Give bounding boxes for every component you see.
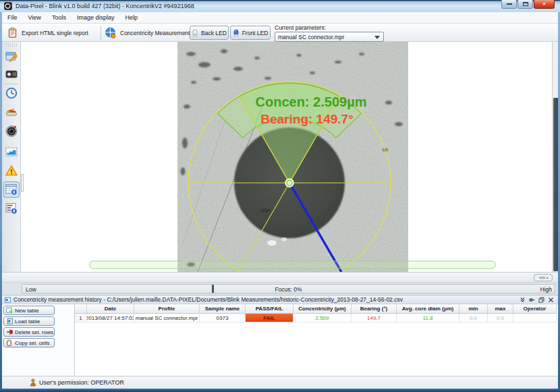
- user-permission-text: User's permission: OPERATOR: [39, 379, 124, 386]
- col-sample-name[interactable]: Sample name: [200, 304, 246, 314]
- clock-icon: [5, 86, 18, 100]
- collapse-panel-button[interactable]: <<< •: [534, 274, 553, 281]
- current-parameters: Current parameters: manual SC connector.…: [275, 24, 384, 42]
- panel-icon: [5, 297, 11, 303]
- new-table-icon: [6, 307, 13, 314]
- menu-bar: File View Tools Image display Help: [2, 12, 558, 24]
- viewer-image: Concen: 2.509µm Bearing: 149.7°: [21, 42, 552, 272]
- cell-pass-fail[interactable]: FAIL: [246, 314, 293, 323]
- pin-icon[interactable]: [529, 297, 535, 303]
- menu-image-display[interactable]: Image display: [72, 12, 120, 24]
- table-actions-column: New table Load table Delete sel. rows: [2, 304, 75, 376]
- sidebar-item-histogram[interactable]: [3, 144, 20, 160]
- col-concentricity[interactable]: Concentricity (µm): [293, 304, 352, 314]
- delete-rows-button[interactable]: Delete sel. rows: [3, 327, 55, 337]
- new-table-button[interactable]: New table: [3, 306, 55, 315]
- toolbar-grip[interactable]: [6, 44, 17, 47]
- minimize-icon: [507, 3, 512, 5]
- cell-sample-name[interactable]: 0373: [200, 314, 246, 323]
- table-row[interactable]: 1 2013/08/27 14:57:03 manual SC connecto…: [75, 314, 557, 323]
- sidebar-item-concentricity-table[interactable]: [3, 181, 20, 198]
- sidebar-item-camera-controls[interactable]: [3, 66, 20, 82]
- front-led-button[interactable]: Front LED: [230, 26, 271, 40]
- cell-operator[interactable]: [513, 314, 557, 323]
- camera-controls-icon: [5, 67, 18, 81]
- load-table-button[interactable]: Load table: [3, 316, 55, 326]
- parameters-combobox[interactable]: manual SC connector.mpr: [275, 32, 384, 42]
- col-operator[interactable]: Operator: [513, 304, 557, 314]
- chevron-down-icon: [374, 36, 380, 39]
- col-date[interactable]: Date: [87, 304, 134, 314]
- col-pass-fail[interactable]: PASS/FAIL: [246, 304, 293, 314]
- bearing-readout: Bearing: 149.7°: [260, 112, 354, 126]
- front-led-icon: [233, 28, 240, 37]
- concentricity-measurement-icon: [105, 27, 117, 39]
- viewer-left-scroll-handle[interactable]: [21, 174, 24, 192]
- copy-cells-icon: [6, 339, 13, 346]
- concentricity-measurement-label: Concentricity Measurement: [120, 30, 190, 36]
- sidebar-item-calibration-bench[interactable]: [3, 103, 20, 119]
- cell-max[interactable]: 0.0: [488, 314, 513, 323]
- cell-avg-core-diam[interactable]: 11.8: [397, 314, 459, 323]
- focus-slider-handle[interactable]: [212, 285, 214, 293]
- measurement-viewer[interactable]: Concen: 2.509µm Bearing: 149.7°: [21, 42, 552, 272]
- sidebar-item-timer[interactable]: [3, 85, 20, 101]
- menu-file[interactable]: File: [2, 12, 23, 24]
- menu-view[interactable]: View: [23, 12, 47, 24]
- menu-tools[interactable]: Tools: [47, 12, 72, 24]
- load-table-label: Load table: [15, 318, 40, 325]
- app-window: Data-Pixel - Blink v1.0 build 427 (32bit…: [0, 0, 560, 392]
- viewer-vertical-scrollbar[interactable]: [552, 42, 558, 272]
- copy-cells-button[interactable]: Copy sel. cells: [3, 338, 55, 347]
- toolbar-separator: [101, 26, 101, 40]
- concentricity-measurement-button[interactable]: Concentricity Measurement: [105, 24, 190, 42]
- back-led-icon: [192, 28, 198, 37]
- row-number-header[interactable]: [75, 304, 87, 314]
- history-panel-body: New table Load table Delete sel. rows: [2, 304, 558, 376]
- scrollbar-thumb[interactable]: [553, 98, 558, 271]
- maximize-button[interactable]: [517, 0, 533, 9]
- delete-rows-label: Delete sel. rows: [15, 329, 53, 335]
- back-led-button[interactable]: Back LED: [190, 26, 229, 40]
- export-html-label: Export HTML single report: [22, 30, 88, 36]
- delete-rows-icon: [6, 329, 13, 335]
- cell-min[interactable]: 0.0: [459, 314, 488, 323]
- col-min[interactable]: min: [459, 304, 488, 314]
- collapse-icon[interactable]: [520, 297, 526, 303]
- menu-help[interactable]: Help: [119, 12, 143, 24]
- concentricity-readout: Concen: 2.509µm: [256, 94, 367, 109]
- col-bearing[interactable]: Bearing (°): [352, 304, 397, 314]
- cell-concentricity[interactable]: 2.509: [293, 314, 352, 323]
- col-profile[interactable]: Profile: [134, 304, 200, 314]
- collapse-arrows-icon: <<<: [539, 275, 545, 280]
- cell-profile[interactable]: manual SC connector.mpr: [134, 314, 200, 323]
- cell-date[interactable]: 2013/08/27 14:57:03: [87, 314, 134, 323]
- camera-lens-icon: [5, 124, 18, 138]
- cell-bearing[interactable]: 149.7: [352, 314, 397, 323]
- close-panel-icon[interactable]: [548, 297, 554, 303]
- close-icon: ×: [542, 1, 546, 7]
- export-report-icon: [7, 27, 18, 38]
- dot-icon: •: [547, 275, 547, 280]
- toolbar-separator: [5, 84, 18, 84]
- history-panel-header[interactable]: Concentricity measurement history - C:/U…: [2, 295, 558, 304]
- focus-zone-marker: [90, 261, 495, 269]
- sidebar-item-settings[interactable]: [3, 49, 20, 65]
- main-toolbar: Export HTML single report Concentricity …: [2, 24, 558, 42]
- col-max[interactable]: max: [488, 304, 513, 314]
- history-panel-title: Concentricity measurement history - C:/U…: [13, 296, 403, 303]
- settings-wrench-icon: [5, 50, 18, 63]
- sidebar-item-concentricity-stats[interactable]: [3, 200, 20, 217]
- copy-cells-label: Copy sel. cells: [15, 340, 50, 346]
- calibration-bench-icon: [5, 105, 18, 118]
- col-avg-core-diam[interactable]: Avg. core diam (µm): [397, 304, 459, 314]
- focus-slider[interactable]: Low Focus: 0% High: [22, 284, 555, 293]
- title-bar: Data-Pixel - Blink v1.0 build 427 (32bit…: [0, 0, 560, 12]
- concentricity-table-icon: [5, 183, 18, 196]
- float-window-icon[interactable]: [538, 297, 544, 303]
- sidebar-item-warnings[interactable]: [3, 163, 20, 179]
- minimize-button[interactable]: [501, 0, 517, 9]
- close-button[interactable]: ×: [534, 0, 555, 9]
- export-html-button[interactable]: Export HTML single report: [7, 24, 88, 42]
- sidebar-item-lens[interactable]: [3, 123, 20, 139]
